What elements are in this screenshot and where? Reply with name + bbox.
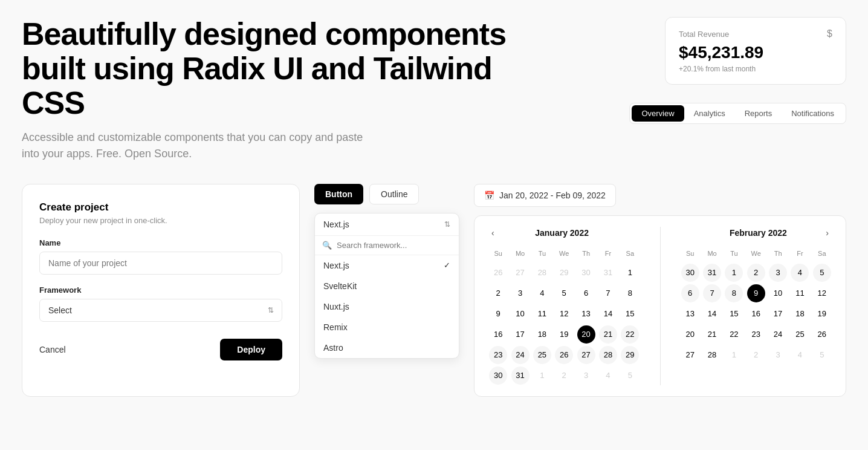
cal-day[interactable]: 19 xyxy=(555,325,573,344)
tab-overview[interactable]: Overview xyxy=(632,105,684,122)
cal-day[interactable]: 24 xyxy=(769,325,787,344)
cal-day[interactable]: 1 xyxy=(621,264,639,282)
cal-day[interactable]: 16 xyxy=(489,325,507,344)
cal-day[interactable]: 2 xyxy=(489,284,507,302)
cal-day[interactable]: 3 xyxy=(769,264,787,282)
cal-day[interactable]: 4 xyxy=(533,284,551,302)
cal-day[interactable]: 15 xyxy=(725,305,743,323)
tab-reports[interactable]: Reports xyxy=(735,105,782,122)
cal-day[interactable]: 14 xyxy=(599,305,617,323)
day-header: We xyxy=(554,247,574,262)
cal-day[interactable]: 22 xyxy=(725,325,743,344)
cal-day[interactable]: 31 xyxy=(703,264,721,282)
cal-day[interactable]: 14 xyxy=(703,305,721,323)
cal-day[interactable]: 15 xyxy=(621,305,639,323)
cal-day[interactable]: 30 xyxy=(489,367,507,385)
deploy-button[interactable]: Deploy xyxy=(220,339,282,360)
cal-day[interactable]: 21 xyxy=(599,325,617,344)
cal-day[interactable]: 18 xyxy=(791,305,809,323)
cal-day[interactable]: 1 xyxy=(725,346,743,364)
check-icon: ✓ xyxy=(444,261,450,270)
cal-day[interactable]: 22 xyxy=(621,325,639,344)
cal-day[interactable]: 2 xyxy=(747,264,765,282)
dd-item-remix[interactable]: Remix xyxy=(315,317,459,338)
cal-day[interactable]: 12 xyxy=(813,284,831,302)
cal-day[interactable]: 23 xyxy=(747,325,765,344)
cal-day[interactable]: 17 xyxy=(511,325,530,344)
cal-day[interactable]: 27 xyxy=(681,346,699,364)
cal-day[interactable]: 4 xyxy=(791,346,809,364)
day-header: Th xyxy=(575,247,596,262)
cal-day[interactable]: 1 xyxy=(533,367,551,385)
cal-day[interactable]: 10 xyxy=(769,284,787,302)
cal-day-range-end[interactable]: 9 xyxy=(747,284,765,302)
cal-day[interactable]: 28 xyxy=(703,346,721,364)
cal-day[interactable]: 6 xyxy=(577,284,595,302)
cal-day[interactable]: 30 xyxy=(681,264,699,282)
cal-day[interactable]: 11 xyxy=(533,305,551,323)
dd-item-nuxtjs[interactable]: Nuxt.js xyxy=(315,296,459,317)
cal-day[interactable]: 27 xyxy=(511,264,530,282)
cal-day[interactable]: 23 xyxy=(489,346,507,364)
button-outline[interactable]: Outline xyxy=(369,184,419,204)
cal-day[interactable]: 2 xyxy=(747,346,765,364)
dd-item-nextjs[interactable]: Next.js ✓ xyxy=(315,255,459,276)
next-month-button[interactable]: › xyxy=(822,227,832,239)
cal-day[interactable]: 24 xyxy=(511,346,530,364)
cal-day[interactable]: 18 xyxy=(533,325,551,344)
cal-day[interactable]: 9 xyxy=(489,305,507,323)
cal-day[interactable]: 13 xyxy=(681,305,699,323)
cal-day[interactable]: 31 xyxy=(511,367,530,385)
dd-item-sveltekit[interactable]: SvelteKit xyxy=(315,276,459,296)
cal-day[interactable]: 11 xyxy=(791,284,809,302)
framework-dropdown-area: Button Outline Next.js ⇅ 🔍 Next.js ✓ Sve… xyxy=(314,184,459,397)
cal-day[interactable]: 7 xyxy=(703,284,721,302)
cal-day[interactable]: 26 xyxy=(555,346,573,364)
cal-day[interactable]: 19 xyxy=(813,305,831,323)
cal-day[interactable]: 3 xyxy=(769,346,787,364)
cal-day[interactable]: 3 xyxy=(577,367,595,385)
cal-day-range-start[interactable]: 20 xyxy=(577,325,595,344)
cal-day[interactable]: 16 xyxy=(747,305,765,323)
cal-day[interactable]: 30 xyxy=(577,264,595,282)
dd-item-astro[interactable]: Astro xyxy=(315,338,459,358)
cal-day[interactable]: 13 xyxy=(577,305,595,323)
cal-day[interactable]: 26 xyxy=(813,325,831,344)
cal-day[interactable]: 5 xyxy=(621,367,639,385)
cal-day[interactable]: 4 xyxy=(599,367,617,385)
cal-day[interactable]: 25 xyxy=(533,346,551,364)
cal-day[interactable]: 7 xyxy=(599,284,617,302)
framework-select[interactable]: Select Next.js SvelteKit Nuxt.js Remix A… xyxy=(39,299,282,322)
cal-day[interactable]: 6 xyxy=(681,284,699,302)
prev-month-button[interactable]: ‹ xyxy=(488,227,498,239)
cal-day[interactable]: 25 xyxy=(791,325,809,344)
cal-day[interactable]: 3 xyxy=(511,284,530,302)
cal-day[interactable]: 28 xyxy=(599,346,617,364)
cal-day[interactable]: 28 xyxy=(533,264,551,282)
date-range-bar[interactable]: 📅 Jan 20, 2022 - Feb 09, 2022 xyxy=(474,184,616,207)
cal-day[interactable]: 27 xyxy=(577,346,595,364)
cal-day[interactable]: 1 xyxy=(725,264,743,282)
cal-day[interactable]: 20 xyxy=(681,325,699,344)
cal-day[interactable]: 5 xyxy=(813,264,831,282)
cal-day[interactable]: 8 xyxy=(725,284,743,302)
cal-day[interactable]: 10 xyxy=(511,305,530,323)
cal-day[interactable]: 4 xyxy=(791,264,809,282)
cancel-button[interactable]: Cancel xyxy=(39,345,66,354)
cal-day[interactable]: 5 xyxy=(813,346,831,364)
cal-day[interactable]: 29 xyxy=(621,346,639,364)
cal-day[interactable]: 12 xyxy=(555,305,573,323)
cal-day[interactable]: 17 xyxy=(769,305,787,323)
button-filled[interactable]: Button xyxy=(314,184,363,204)
cal-day[interactable]: 21 xyxy=(703,325,721,344)
name-input[interactable] xyxy=(39,252,282,275)
cal-day[interactable]: 2 xyxy=(555,367,573,385)
tab-analytics[interactable]: Analytics xyxy=(684,105,735,122)
framework-search-input[interactable] xyxy=(337,241,452,250)
cal-day[interactable]: 26 xyxy=(489,264,507,282)
cal-day[interactable]: 8 xyxy=(621,284,639,302)
cal-day[interactable]: 29 xyxy=(555,264,573,282)
tab-notifications[interactable]: Notifications xyxy=(782,105,844,122)
cal-day[interactable]: 31 xyxy=(599,264,617,282)
cal-day[interactable]: 5 xyxy=(555,284,573,302)
